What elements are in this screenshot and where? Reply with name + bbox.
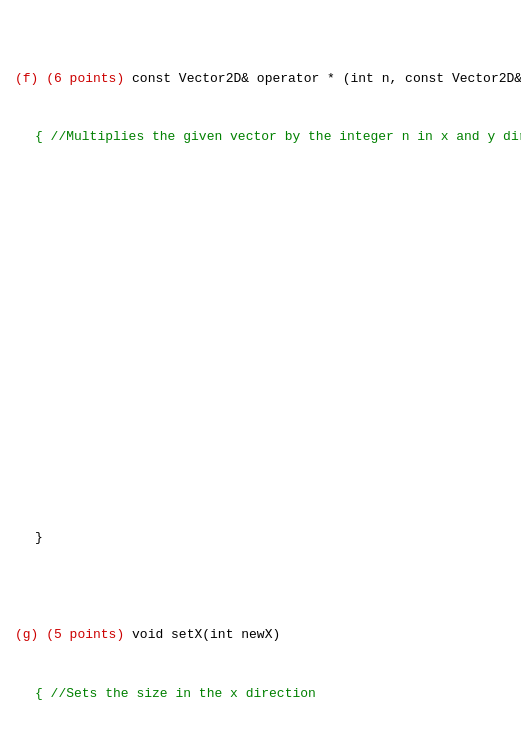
section-f-closing: } <box>15 528 506 548</box>
spacer-f-3 <box>15 300 506 318</box>
section-g-label: (g) (5 points) void setX(int newX) <box>15 625 506 645</box>
section-g-comment: { //Sets the size in the x direction <box>15 684 506 704</box>
spacer-f-1 <box>15 186 506 204</box>
spacer-f-5 <box>15 414 506 432</box>
spacer-f-4 <box>15 357 506 375</box>
section-f-label: (f) (6 points) const Vector2D& operator … <box>15 69 506 89</box>
spacer-f-6 <box>15 471 506 489</box>
code-content: (f) (6 points) const Vector2D& operator … <box>15 10 506 751</box>
spacer-g-1 <box>15 742 506 751</box>
spacer-f-2 <box>15 243 506 261</box>
section-f-comment: { //Multiplies the given vector by the i… <box>15 127 506 147</box>
